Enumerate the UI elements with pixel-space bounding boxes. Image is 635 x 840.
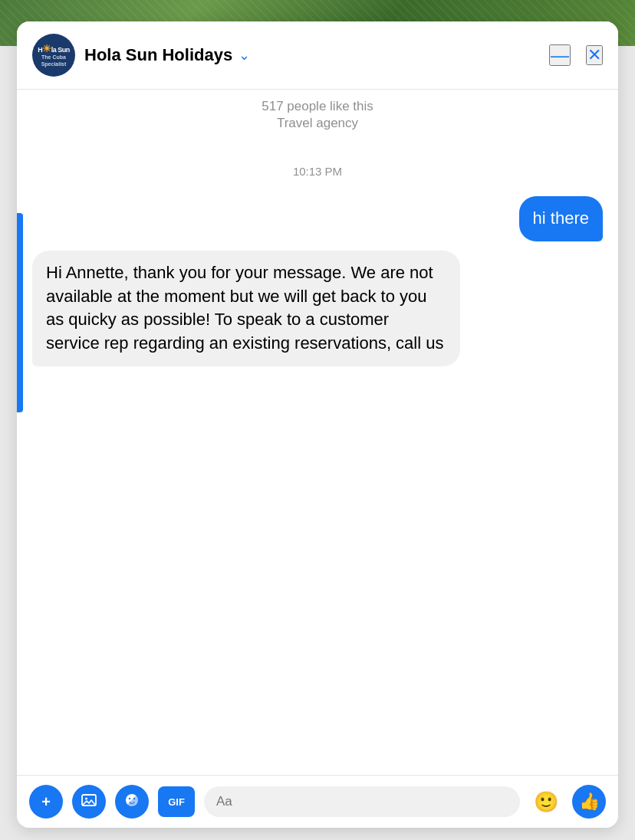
thumbsup-icon: 👍 xyxy=(579,792,600,812)
sticker-button[interactable] xyxy=(115,785,149,819)
messages-area: 10:13 PM hi there Hi Annette, thank you … xyxy=(17,137,618,775)
chevron-down-icon[interactable]: ⌄ xyxy=(239,47,250,64)
gif-button[interactable]: GIF xyxy=(158,786,195,817)
header-title-area: Hola Sun Holidays ⌄ xyxy=(84,45,549,65)
svg-point-2 xyxy=(129,797,130,799)
chat-toolbar: + GIF xyxy=(17,775,618,828)
thumbsup-button[interactable]: 👍 xyxy=(572,785,606,819)
incoming-message-bubble: Hi Annette, thank you for your message. … xyxy=(32,251,460,366)
sticker-icon xyxy=(123,792,140,812)
outgoing-message-bubble: hi there xyxy=(519,196,603,241)
avatar: H☀la Sun The Cuba Specialist xyxy=(32,34,75,77)
business-name: Hola Sun Holidays xyxy=(84,45,232,65)
image-button[interactable] xyxy=(72,785,106,819)
chat-header: H☀la Sun The Cuba Specialist Hola Sun Ho… xyxy=(17,21,618,90)
message-input[interactable] xyxy=(216,794,508,809)
plus-icon: + xyxy=(41,793,51,811)
svg-point-1 xyxy=(85,797,87,799)
header-actions: — ✕ xyxy=(549,44,603,66)
category-label: Travel agency xyxy=(32,116,603,131)
message-row: Hi Annette, thank you for your message. … xyxy=(32,251,603,366)
close-button[interactable]: ✕ xyxy=(586,45,603,65)
minimize-button[interactable]: — xyxy=(549,44,571,66)
chat-window: H☀la Sun The Cuba Specialist Hola Sun Ho… xyxy=(17,21,618,828)
likes-count: 517 people like this xyxy=(32,99,603,114)
message-row: hi there xyxy=(32,196,603,241)
message-input-container xyxy=(204,786,520,817)
emoji-button[interactable]: 🙂 xyxy=(529,785,563,819)
emoji-icon: 🙂 xyxy=(534,790,558,814)
message-timestamp: 10:13 PM xyxy=(32,165,603,178)
add-button[interactable]: + xyxy=(29,785,63,819)
gif-icon: GIF xyxy=(168,796,185,808)
sidebar-accent xyxy=(17,213,23,412)
chat-subheader: 517 people like this Travel agency xyxy=(17,90,618,137)
svg-point-3 xyxy=(133,797,135,799)
image-icon xyxy=(81,792,97,812)
